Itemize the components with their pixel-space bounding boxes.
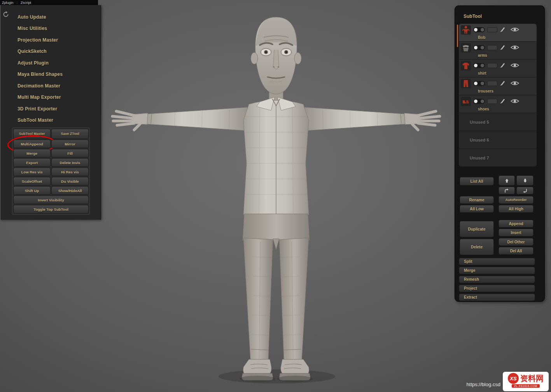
subtool-master-button-du-visible[interactable]: Du Visible: [51, 177, 89, 186]
subtool-master-button-low-res-vis[interactable]: Low Res vis: [13, 168, 51, 176]
project-button[interactable]: Project: [459, 285, 535, 292]
subtool-master-button-merge[interactable]: Merge: [13, 149, 51, 158]
menu-item-quicksketch[interactable]: QuickSketch: [17, 46, 95, 58]
subtool-slider[interactable]: [487, 27, 497, 32]
autoreorder-button[interactable]: AutoReorder: [499, 196, 534, 204]
top-menu-bar: Zplugin : Zscript: [0, 0, 98, 5]
subtool-item-unused-7[interactable]: Unused 7: [459, 149, 537, 167]
del-all-button[interactable]: Del All: [499, 247, 534, 255]
subtool-master-button-toggle-top-subtool[interactable]: Toggle Top SubTool: [13, 205, 89, 214]
scroll-indicator[interactable]: [457, 24, 458, 47]
tab-zscript[interactable]: Zscript: [21, 1, 31, 5]
plugin-menu-list: Auto UpdateMisc UtilitiesProjection Mast…: [17, 11, 95, 126]
subtool-master-button-invert-visibility[interactable]: Invert Visibility: [13, 196, 89, 204]
extract-button[interactable]: Extract: [459, 294, 535, 301]
eye-visibility-icon[interactable]: [510, 27, 520, 33]
subtool-master-button-delete-invis[interactable]: Delete Invis: [51, 158, 89, 167]
subtool-thumbnail-shirt: [461, 61, 471, 70]
subtool-master-button-scaleoffset[interactable]: ScaleOffset: [13, 177, 51, 186]
tab-zplugin[interactable]: Zplugin: [2, 1, 14, 5]
subtool-item-shirt[interactable]: shirt: [459, 60, 537, 77]
subtool-master-button-save-ztool[interactable]: Save ZTool: [51, 129, 89, 139]
subtool-thumbnail-trousers: [461, 79, 471, 88]
subtool-master-button-hi-res-vis[interactable]: Hi Res vis: [51, 168, 89, 176]
menu-item-multi-map-exporter[interactable]: Multi Map Exporter: [17, 92, 95, 103]
tab-separator: :: [17, 1, 18, 5]
watermark-url: https://blog.csd: [467, 382, 500, 387]
subtool-slider[interactable]: [487, 45, 497, 50]
brush-icon[interactable]: [500, 45, 506, 51]
menu-item-misc-utilities[interactable]: Misc Utilities: [17, 23, 95, 35]
subtool-item-arms[interactable]: arms: [459, 42, 537, 60]
subtool-item-bob[interactable]: Bob: [459, 24, 537, 42]
subtool-master-button-show-hideall[interactable]: Show/HideAll: [51, 186, 89, 195]
zplugin-menu-panel: Auto UpdateMisc UtilitiesProjection Mast…: [0, 5, 101, 220]
subtool-name: Bob: [478, 35, 535, 40]
logo-name: 资料网: [520, 373, 544, 384]
subtool-panel: SubTool BobarmsshirttrousersshoesUnused …: [455, 6, 544, 301]
subtool-name: arms: [478, 52, 535, 58]
move-to-bottom-button[interactable]: [516, 187, 534, 194]
subtool-item-unused-5[interactable]: Unused 5: [459, 113, 537, 131]
subtool-item-trousers[interactable]: trousers: [459, 77, 537, 95]
eye-visibility-icon[interactable]: [510, 80, 520, 86]
polypaint-toggle[interactable]: [473, 99, 485, 104]
subtool-item-unused-6[interactable]: Unused 6: [459, 131, 537, 149]
merge-button[interactable]: Merge: [459, 267, 535, 274]
menu-item-decimation-master[interactable]: Decimation Master: [17, 80, 95, 92]
eye-visibility-icon[interactable]: [510, 63, 520, 68]
polypaint-toggle[interactable]: [473, 45, 485, 50]
subtool-master-submenu: SubTool MasterSave ZToolMultiAppendMirro…: [12, 128, 90, 215]
insert-button[interactable]: Insert: [499, 229, 534, 236]
subtool-slider[interactable]: [487, 99, 497, 104]
eye-visibility-icon[interactable]: [510, 98, 520, 104]
subtool-master-button-mirror[interactable]: Mirror: [51, 140, 89, 148]
split-button[interactable]: Split: [459, 258, 535, 265]
logo-xs-badge: XS: [508, 373, 519, 384]
site-logo: XS 资料网 ZL.XS1616.COM: [503, 372, 549, 391]
brush-icon[interactable]: [500, 63, 506, 68]
subtool-slider[interactable]: [487, 81, 497, 86]
subtool-master-button-multiappend[interactable]: MultiAppend: [13, 140, 51, 148]
subtool-master-button-export[interactable]: Export: [13, 158, 51, 167]
menu-item-projection-master[interactable]: Projection Master: [17, 34, 95, 46]
polypaint-toggle[interactable]: [473, 27, 485, 32]
menu-item-maya-blend-shapes[interactable]: Maya Blend Shapes: [17, 69, 95, 80]
move-to-top-button[interactable]: [499, 187, 515, 194]
subtool-master-wide-buttons: Invert VisibilityToggle Top SubTool: [13, 196, 89, 214]
brush-icon[interactable]: [500, 98, 506, 104]
polypaint-toggle[interactable]: [473, 63, 485, 68]
subtool-master-button-grid: SubTool MasterSave ZToolMultiAppendMirro…: [13, 129, 89, 195]
refresh-icon[interactable]: [3, 11, 9, 18]
move-down-button[interactable]: [516, 175, 534, 186]
subtool-item-shoes[interactable]: shoes: [459, 95, 537, 113]
menu-item-subtool-master[interactable]: SubTool Master: [17, 115, 95, 126]
duplicate-button[interactable]: Duplicate: [460, 221, 494, 237]
brush-icon[interactable]: [500, 27, 506, 33]
eye-visibility-icon[interactable]: [510, 45, 520, 51]
rename-button[interactable]: Rename: [460, 196, 494, 204]
move-up-button[interactable]: [499, 175, 515, 186]
torso-shirt: [243, 97, 309, 215]
delete-button[interactable]: Delete: [460, 239, 494, 255]
remesh-button[interactable]: Remesh: [459, 276, 535, 283]
all-low-button[interactable]: All Low: [460, 205, 494, 213]
polypaint-toggle[interactable]: [473, 81, 485, 86]
subtool-master-button-shift-up[interactable]: Shift Up: [13, 186, 51, 195]
del-other-button[interactable]: Del Other: [499, 238, 534, 246]
brush-icon[interactable]: [500, 80, 506, 86]
subtool-name: shoes: [478, 106, 535, 112]
subtool-thumbnail-shoes: [461, 97, 471, 106]
menu-item-3d-print-exporter[interactable]: 3D Print Exporter: [17, 103, 95, 115]
subtool-name: shirt: [478, 70, 535, 76]
zbrush-window: Zplugin : Zscript Auto UpdateMisc Utilit…: [0, 0, 551, 392]
list-all-button[interactable]: List All: [460, 177, 494, 186]
floor-shadow: [219, 369, 335, 383]
append-button[interactable]: Append: [499, 220, 534, 228]
subtool-master-button-subtool-master[interactable]: SubTool Master: [13, 129, 51, 139]
menu-item-adjust-plugin[interactable]: Adjust Plugin: [17, 57, 95, 69]
subtool-master-button-fill[interactable]: Fill: [51, 149, 89, 158]
menu-item-auto-update[interactable]: Auto Update: [17, 11, 95, 23]
all-high-button[interactable]: All High: [499, 205, 534, 213]
subtool-slider[interactable]: [487, 63, 497, 68]
